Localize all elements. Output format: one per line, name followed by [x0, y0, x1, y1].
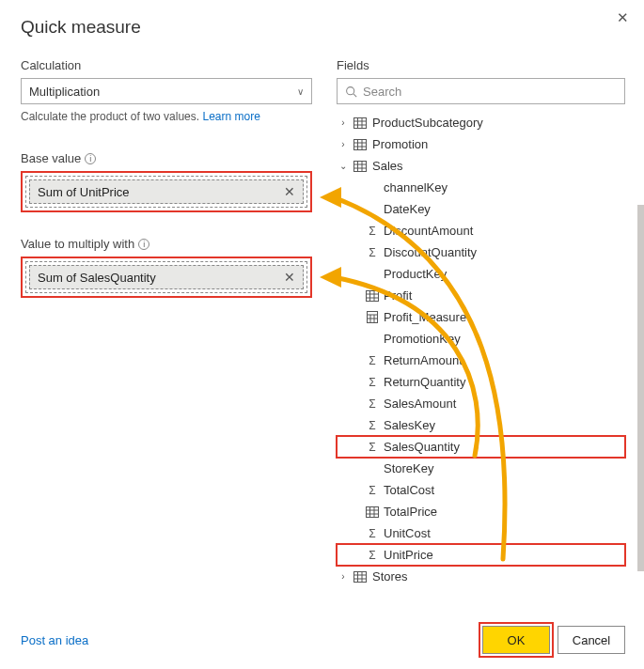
sigma-icon: Σ [365, 549, 380, 562]
field-row[interactable]: ΣReturnAmount [337, 350, 625, 371]
calc-table-icon [365, 290, 380, 302]
caret-icon: › [337, 139, 350, 149]
table-row-stores[interactable]: ›Stores [337, 566, 625, 587]
field-label: UnitPrice [384, 548, 433, 562]
field-row[interactable]: PromotionKey [337, 328, 625, 350]
field-row[interactable]: ΣReturnQuantity [337, 371, 625, 393]
table-icon [353, 117, 369, 129]
caret-icon: › [337, 117, 350, 128]
field-row[interactable]: ΣUnitCost [337, 522, 625, 544]
field-row[interactable]: ProductKey [337, 263, 625, 285]
multiply-value: Sum of SalesQuantity [38, 271, 156, 285]
svg-rect-12 [354, 161, 367, 171]
svg-rect-27 [367, 506, 379, 517]
ok-button[interactable]: OK [482, 626, 550, 654]
table-label: Stores [372, 569, 408, 583]
svg-rect-22 [368, 312, 378, 323]
field-label: SalesKey [384, 418, 435, 432]
field-label: TotalCost [384, 483, 434, 497]
fields-tree: ›ProductSubcategory›Promotion⌄Saleschann… [337, 112, 625, 587]
cancel-button[interactable]: Cancel [558, 626, 625, 654]
field-label: DiscountQuantity [384, 245, 477, 259]
multiply-head: Value to multiply with i [21, 237, 312, 251]
field-row[interactable]: ΣDiscountAmount [337, 220, 625, 241]
base-value-label: Base value [21, 151, 81, 165]
field-row[interactable]: ΣSalesAmount [337, 393, 625, 414]
svg-line-1 [353, 93, 356, 96]
table-label: Promotion [372, 137, 428, 151]
field-label: StoreKey [384, 461, 433, 475]
post-idea-link[interactable]: Post an idea [21, 633, 88, 647]
sigma-icon: Σ [365, 441, 380, 454]
field-row[interactable]: Profit [337, 285, 625, 306]
svg-rect-32 [354, 571, 367, 582]
field-label: PromotionKey [384, 332, 461, 346]
field-row[interactable]: ΣDiscountQuantity [337, 241, 625, 263]
info-icon[interactable]: i [85, 153, 96, 164]
calculation-select[interactable]: Multiplication ∨ [21, 78, 312, 104]
right-column: Fields ›ProductSubcategory›Promotion⌄Sal… [337, 58, 625, 587]
dialog-footer: Post an idea OK Cancel [21, 626, 625, 654]
multiply-highlight: Sum of SalesQuantity ✕ [21, 257, 312, 298]
fields-label: Fields [337, 58, 369, 72]
field-row[interactable]: ΣSalesKey [337, 414, 625, 436]
field-row[interactable]: TotalPrice [337, 501, 625, 522]
field-label: SalesQuantity [384, 440, 460, 454]
field-row[interactable]: DateKey [337, 198, 625, 220]
fields-search[interactable] [337, 78, 625, 104]
search-icon [345, 86, 357, 98]
field-row[interactable]: ΣSalesQuantity [337, 436, 625, 458]
scrollbar[interactable] [637, 205, 644, 571]
remove-base-value-icon[interactable]: ✕ [282, 184, 297, 199]
field-label: Profit_Measure [384, 310, 466, 324]
field-label: DateKey [384, 202, 431, 216]
table-row-promotion[interactable]: ›Promotion [337, 133, 625, 155]
sigma-icon: Σ [365, 397, 380, 411]
svg-rect-2 [354, 117, 367, 128]
table-icon [353, 571, 369, 583]
multiply-dropzone[interactable]: Sum of SalesQuantity ✕ [25, 261, 307, 293]
chevron-down-icon: ∨ [297, 86, 304, 97]
remove-multiply-icon[interactable]: ✕ [282, 270, 297, 285]
base-value-highlight: Sum of UnitPrice ✕ [21, 171, 312, 212]
close-icon[interactable]: ✕ [611, 6, 635, 30]
field-row[interactable]: ΣTotalCost [337, 479, 625, 501]
calculation-head: Calculation [21, 58, 312, 72]
table-label: ProductSubcategory [372, 116, 483, 130]
table-icon [353, 161, 369, 172]
table-row-sales[interactable]: ⌄Sales [337, 155, 625, 177]
svg-rect-17 [367, 290, 379, 301]
field-label: ProductKey [384, 267, 447, 281]
sigma-icon: Σ [365, 376, 380, 389]
calculation-label: Calculation [21, 58, 81, 72]
table-icon [353, 139, 369, 150]
caret-icon: ⌄ [337, 161, 350, 171]
field-row[interactable]: ΣUnitPrice [337, 544, 625, 566]
calculation-value: Multiplication [29, 85, 100, 99]
learn-more-link[interactable]: Learn more [202, 110, 259, 123]
field-row[interactable]: channelKey [337, 177, 625, 198]
field-row[interactable]: Profit_Measure [337, 306, 625, 328]
base-value-dropzone[interactable]: Sum of UnitPrice ✕ [25, 176, 307, 208]
fields-head: Fields [337, 58, 625, 72]
svg-point-0 [347, 86, 354, 94]
field-row[interactable]: StoreKey [337, 458, 625, 479]
base-value-value: Sum of UnitPrice [38, 185, 130, 199]
table-row-productsubcategory[interactable]: ›ProductSubcategory [337, 112, 625, 133]
sigma-icon: Σ [365, 527, 380, 540]
quick-measure-dialog: ✕ Quick measure Calculation Multiplicati… [0, 0, 644, 669]
field-label: SalesAmount [384, 397, 456, 411]
calculation-hint: Calculate the product of two values. Lea… [21, 110, 312, 123]
field-label: DiscountAmount [384, 224, 473, 238]
base-value-head: Base value i [21, 151, 312, 165]
field-label: channelKey [384, 180, 448, 194]
info-icon[interactable]: i [138, 239, 149, 250]
field-label: ReturnAmount [384, 353, 463, 367]
sigma-icon: Σ [365, 419, 380, 432]
caret-icon: › [337, 571, 350, 582]
field-label: TotalPrice [384, 505, 437, 519]
svg-rect-7 [354, 139, 367, 149]
ok-highlight: OK [482, 626, 550, 654]
search-input[interactable] [363, 85, 617, 99]
sigma-icon: Σ [365, 354, 380, 367]
